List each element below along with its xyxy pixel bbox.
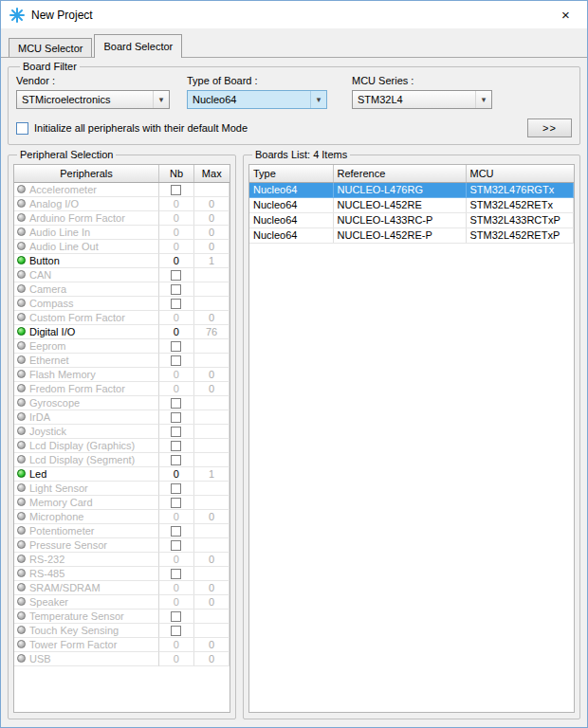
board-mcu-cell[interactable]: STM32L452RETx <box>466 197 574 212</box>
peripheral-checkbox[interactable] <box>171 455 181 465</box>
board-mcu-cell[interactable]: STM32L433RCTxP <box>466 212 574 228</box>
peripheral-name-cell: Pressure Sensor <box>14 538 159 553</box>
peripheral-row: Arduino Form Factor00 <box>14 211 230 226</box>
peripheral-name: SRAM/SDRAM <box>29 582 101 593</box>
peripheral-table-body: AccelerometerAnalog I/O00Arduino Form Fa… <box>14 182 230 666</box>
peripheral-checkbox[interactable] <box>171 412 181 423</box>
peripheral-name: Camera <box>29 283 66 295</box>
peripheral-row: Pressure Sensor <box>14 538 230 553</box>
peripheral-nb-value[interactable]: 0 <box>159 325 194 339</box>
peripheral-max-value <box>194 396 230 410</box>
tab-board-selector[interactable]: Board Selector <box>94 34 182 58</box>
close-icon[interactable]: × <box>544 1 587 28</box>
peripheral-row: Temperature Sensor <box>14 610 230 624</box>
peripheral-name-cell: Touch Key Sensing <box>14 624 159 638</box>
peripheral-name-cell: Arduino Form Factor <box>14 211 159 226</box>
peripheral-max-value <box>194 425 230 439</box>
peripheral-row: IrDA <box>14 410 230 425</box>
peripheral-nb-cell <box>159 354 194 368</box>
board-row[interactable]: Nucleo64NUCLEO-L433RC-PSTM32L433RCTxP <box>249 212 574 228</box>
titlebar: New Project × <box>1 1 587 28</box>
peripheral-led-green-icon <box>17 327 26 336</box>
peripheral-max-value: 0 <box>194 382 230 396</box>
board-filter-group: Board Filter Vendor : STMicroelectronics… <box>8 61 580 145</box>
peripheral-nb-cell <box>159 482 194 496</box>
peripheral-name: Accelerometer <box>29 184 97 195</box>
board-mcu-cell[interactable]: STM32L452RETxP <box>466 228 574 243</box>
peripheral-nb-value[interactable]: 0 <box>159 254 194 268</box>
peripheral-row: Tower Form Factor00 <box>14 638 230 652</box>
board-type-cell[interactable]: Nucleo64 <box>249 228 333 243</box>
peripheral-name-cell: Audio Line In <box>14 226 159 240</box>
peripheral-name-cell: USB <box>14 652 159 666</box>
peripheral-name: Button <box>29 255 60 266</box>
peripheral-checkbox[interactable] <box>171 611 181 622</box>
init-peripherals-label: Initialize all peripherals with their de… <box>34 122 527 134</box>
peripheral-led-gray-icon <box>17 654 26 663</box>
peripheral-led-gray-icon <box>17 270 26 279</box>
peripheral-checkbox[interactable] <box>171 483 181 494</box>
peripheral-checkbox[interactable] <box>171 626 181 636</box>
vendor-dropdown[interactable]: STMicroelectronics ▾ <box>16 90 170 109</box>
peripheral-checkbox[interactable] <box>171 284 181 295</box>
board-reference-cell[interactable]: NUCLEO-L452RE-P <box>333 228 466 243</box>
peripheral-name: Potentiometer <box>29 525 94 537</box>
peripheral-row: Lcd Display (Graphics) <box>14 439 230 453</box>
peripheral-checkbox[interactable] <box>171 569 181 579</box>
peripheral-checkbox[interactable] <box>171 540 181 551</box>
type-of-board-dropdown[interactable]: Nucleo64 ▾ <box>187 90 327 109</box>
vendor-label: Vendor : <box>16 75 170 86</box>
peripheral-checkbox[interactable] <box>171 498 181 508</box>
peripheral-led-gray-icon <box>17 355 26 364</box>
peripheral-led-gray-icon <box>17 441 26 449</box>
peripheral-checkbox[interactable] <box>171 355 181 366</box>
peripheral-row: Speaker00 <box>14 595 230 610</box>
board-type-cell[interactable]: Nucleo64 <box>249 212 333 228</box>
board-row[interactable]: Nucleo64NUCLEO-L452RE-PSTM32L452RETxP <box>249 228 574 243</box>
peripheral-led-gray-icon <box>17 185 26 193</box>
peripheral-checkbox[interactable] <box>171 441 181 451</box>
board-reference-cell[interactable]: NUCLEO-L476RG <box>333 182 466 197</box>
peripheral-checkbox[interactable] <box>171 185 181 195</box>
peripheral-name: Custom Form Factor <box>29 312 125 323</box>
tab-mcu-selector[interactable]: MCU Selector <box>9 38 92 58</box>
peripheral-checkbox[interactable] <box>171 299 181 309</box>
panels: Peripheral Selection Peripherals Nb Max … <box>8 149 580 719</box>
board-reference-cell[interactable]: NUCLEO-L433RC-P <box>333 212 466 228</box>
peripheral-name: Flash Memory <box>29 369 96 380</box>
peripheral-checkbox[interactable] <box>171 398 181 409</box>
board-row[interactable]: Nucleo64NUCLEO-L452RESTM32L452RETx <box>249 197 574 212</box>
init-peripherals-checkbox[interactable] <box>16 122 28 135</box>
peripheral-row: CAN <box>14 268 230 282</box>
peripheral-led-gray-icon <box>17 313 26 321</box>
peripheral-name-cell: IrDA <box>14 410 159 425</box>
peripheral-name-cell: Potentiometer <box>14 524 159 538</box>
chevron-down-icon: ▾ <box>153 91 169 108</box>
chevron-down-icon: ▾ <box>475 91 491 108</box>
peripheral-max-value <box>194 439 230 453</box>
peripheral-max-value <box>194 339 230 354</box>
peripheral-checkbox[interactable] <box>171 270 181 281</box>
peripheral-checkbox[interactable] <box>171 427 181 437</box>
mcu-column-header[interactable]: MCU <box>466 165 574 182</box>
type-column-header[interactable]: Type <box>249 165 333 182</box>
peripheral-row: Led01 <box>14 467 230 482</box>
peripheral-name-cell: Memory Card <box>14 496 159 510</box>
board-row[interactable]: Nucleo64NUCLEO-L476RGSTM32L476RGTx <box>249 182 574 197</box>
board-mcu-cell[interactable]: STM32L476RGTx <box>466 182 574 197</box>
peripheral-name: IrDA <box>29 411 50 423</box>
board-reference-cell[interactable]: NUCLEO-L452RE <box>333 197 466 212</box>
peripheral-checkbox[interactable] <box>171 526 181 537</box>
expand-button[interactable]: >> <box>527 118 572 137</box>
board-type-cell[interactable]: Nucleo64 <box>249 197 333 212</box>
mcu-series-dropdown[interactable]: STM32L4 ▾ <box>352 90 492 109</box>
peripheral-name: CAN <box>29 269 51 281</box>
peripheral-max-value <box>194 624 230 638</box>
reference-column-header[interactable]: Reference <box>333 165 466 182</box>
peripheral-name-cell: Joystick <box>14 425 159 439</box>
board-type-cell[interactable]: Nucleo64 <box>249 182 333 197</box>
peripheral-name-cell: Ethernet <box>14 354 159 368</box>
peripheral-checkbox[interactable] <box>171 341 181 352</box>
peripheral-row: Light Sensor <box>14 482 230 496</box>
peripheral-nb-value[interactable]: 0 <box>159 467 194 482</box>
